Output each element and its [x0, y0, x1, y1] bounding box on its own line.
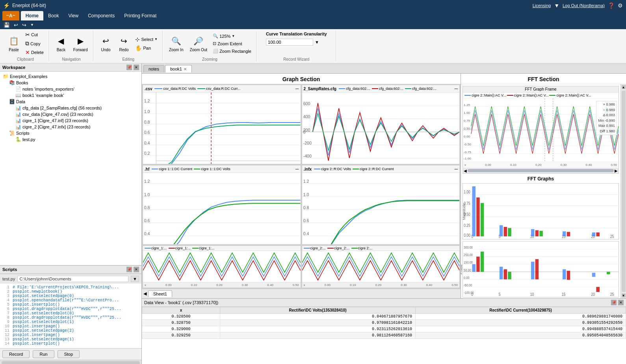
tab-book1[interactable]: book1 ✕	[165, 65, 192, 72]
tree-item-4[interactable]: 🗄️Data	[2, 98, 140, 105]
svg-text:5: 5	[499, 292, 501, 297]
tab-components[interactable]: Components	[83, 11, 119, 20]
graph-cfg-svg: 600 400 200 0 -200 -400 -600	[302, 93, 460, 164]
granularity-input[interactable]	[266, 39, 313, 46]
scripts-close-btn[interactable]: ✕	[134, 267, 139, 272]
back-button[interactable]: ◀ Back	[53, 34, 69, 53]
fft-scroll-right[interactable]: ▶	[615, 169, 618, 173]
cut-button[interactable]: ✂ Cut	[24, 31, 45, 39]
workspace-hscrollbar[interactable]	[0, 360, 141, 364]
forward-button[interactable]: ▶ Forward	[71, 34, 90, 53]
tree-item-3[interactable]: 📖book1 'example book'	[2, 92, 140, 98]
graph-cfg-title: 2_SampRates.cfg	[304, 87, 336, 91]
zoom-percent-button[interactable]: 🔍 125% ▼	[211, 33, 253, 39]
qa-back[interactable]: 💾	[2, 22, 11, 28]
paste-button[interactable]: 📋 Paste	[6, 34, 22, 53]
svg-text:1.0: 1.0	[303, 192, 309, 197]
graph-fft-area: Graph Section .csv csv_data:R:DC Volts	[142, 74, 626, 298]
zoom-in-button[interactable]: 🔍 Zoom In	[167, 34, 186, 53]
tab-book1-close[interactable]: ✕	[184, 67, 187, 71]
fft-magnitude-chart: Magnitude 1.00 0.75 0.50 0.25	[463, 183, 619, 240]
svg-text:400: 400	[303, 114, 310, 119]
csv-legend-2: csv_data:R:DC Curr...	[197, 87, 241, 91]
fft-min-info: Min -0.990	[598, 118, 615, 124]
delete-button[interactable]: ✕ Delete	[24, 48, 45, 56]
tree-item-8[interactable]: 📊cigre_2 [Cigre_47.infx] (23 records)	[2, 124, 140, 130]
pan-label: Pan	[143, 46, 151, 50]
ribbon-group-navigation: ◀ Back ▶ Forward Navigation	[50, 31, 94, 61]
graph-hf-minimize-btn[interactable]: ─	[295, 166, 299, 172]
svg-text:50.00: 50.00	[464, 268, 471, 272]
ribbon-logo[interactable]: ~A~	[2, 11, 19, 20]
script-path-input[interactable]	[17, 276, 128, 282]
graph-cfg-minimize-btn[interactable]: ─	[454, 86, 458, 91]
tab-book[interactable]: Book	[43, 11, 63, 20]
record-button[interactable]: Record	[2, 350, 30, 358]
svg-text:1.00: 1.00	[464, 111, 470, 115]
tab-home[interactable]: Home	[21, 11, 43, 20]
wave-infx-header: cigre_2:... cigre_2:... cigre 2:...	[302, 246, 460, 251]
data-view-header: Data View - 'book1' (.csv [739371170]) 📌…	[142, 299, 626, 307]
qa-redo[interactable]: ↪	[21, 22, 28, 28]
scroll-left-btn[interactable]: ◀	[142, 291, 148, 296]
tree-item-10[interactable]: 🐍test.py	[2, 136, 140, 143]
tree-item-2[interactable]: 📄notes 'importers_exporters'	[2, 86, 140, 92]
pan-button[interactable]: ✋ Pan	[134, 44, 159, 52]
redo-button[interactable]: ↪ Redo	[115, 34, 132, 53]
zoom-extent-button[interactable]: ⊡ Zoom Extent	[211, 40, 253, 47]
fft-vscrollbar[interactable]: ▲ ▼	[620, 84, 626, 298]
tab-view[interactable]: View	[63, 11, 83, 20]
tree-item-6[interactable]: 📊csv_data [Cigre_47.csv] (23 records)	[2, 111, 140, 117]
script-line-10: 10pssplot.insertpage()	[2, 324, 140, 329]
data-cell-0-0: 0.328500	[142, 314, 220, 320]
data-view-pin-btn[interactable]: 📌	[611, 300, 617, 305]
undo-button[interactable]: ↩ Undo	[97, 34, 114, 53]
svg-rect-96	[592, 232, 596, 236]
fft-scroll-left[interactable]: ◀	[464, 169, 467, 173]
csv-legend-1: csv_data:R:DC Volts	[154, 87, 196, 91]
granularity-dropdown-icon[interactable]: ▼	[315, 40, 319, 45]
zoom-out-button[interactable]: 🔎 Zoom Out	[188, 34, 210, 53]
data-row-3: 0.3292500.9811264605871600.9950540485656…	[142, 332, 626, 339]
logout-link[interactable]: Log Out (Nordlerama)	[563, 3, 605, 8]
tree-item-7[interactable]: 📊cigre_1 [Cigre_47.inf] (23 records)	[2, 117, 140, 124]
scripts-controls: 📌 ✕	[126, 267, 139, 272]
tree-item-1[interactable]: 📚Books	[2, 80, 140, 86]
wave-hf-svg	[143, 251, 301, 282]
svg-text:600: 600	[303, 101, 310, 106]
tree-item-0[interactable]: 📁Enerplot_Examples	[2, 73, 140, 80]
fft-scroll-down[interactable]: ▼	[622, 293, 626, 297]
select-button[interactable]: ⊹ Select ▼	[134, 35, 159, 43]
qa-undo[interactable]: ↩	[13, 22, 19, 28]
wave-infx-svg	[302, 251, 460, 282]
data-view-close-btn[interactable]: ✕	[618, 300, 624, 305]
run-button[interactable]: Run	[33, 350, 54, 358]
copy-button[interactable]: ⧉ Copy	[24, 39, 45, 48]
help-btn[interactable]: ❓	[608, 2, 615, 9]
qa-dropdown[interactable]: ▼	[29, 23, 35, 27]
licensing-link[interactable]: Licensing	[533, 3, 551, 8]
graph-infx-minimize-btn[interactable]: ─	[454, 166, 458, 172]
zoom-percent-value: 125%	[219, 34, 230, 39]
tab-printing-format[interactable]: Printing Format	[119, 11, 161, 20]
graph-hf: .hf cigre 1::1:DC Current cigre 1::1:DC …	[143, 165, 301, 245]
fft-scroll-up[interactable]: ▲	[622, 85, 626, 89]
navigation-label: Navigation	[62, 56, 81, 61]
workspace-close-btn[interactable]: ✕	[134, 65, 139, 70]
scripts-header: Scripts 📌 ✕	[0, 266, 141, 274]
tab-notes[interactable]: notes	[143, 65, 164, 72]
workspace-pin-btn[interactable]: 📌	[126, 65, 132, 70]
fft-frame-hscrollbar[interactable]: ◀ ▶	[463, 168, 619, 173]
sheet-tab-sheet1[interactable]: Sheet1	[148, 290, 172, 297]
browse-btn[interactable]: ▼	[131, 276, 139, 282]
zoom-rectangle-button[interactable]: ⬜ Zoom Rectangle	[211, 48, 253, 54]
tree-item-9[interactable]: 📜Scripts	[2, 130, 140, 136]
graph-csv-minimize-btn[interactable]: ─	[295, 86, 299, 91]
stop-button[interactable]: Stop	[58, 350, 80, 358]
script-line-8: 8pssplot.dragdropplotdata(r"""HVDC""",r"…	[2, 316, 140, 320]
scripts-pin-btn[interactable]: 📌	[126, 267, 132, 272]
tree-item-5[interactable]: 📊cfg_data [2_SampRates.cfg] (56 records)	[2, 105, 140, 111]
tab-notes-label: notes	[149, 67, 159, 71]
settings-icon[interactable]: ⚙	[618, 2, 623, 9]
curve-granularity-label: Curve Translation Granularity	[266, 31, 327, 37]
